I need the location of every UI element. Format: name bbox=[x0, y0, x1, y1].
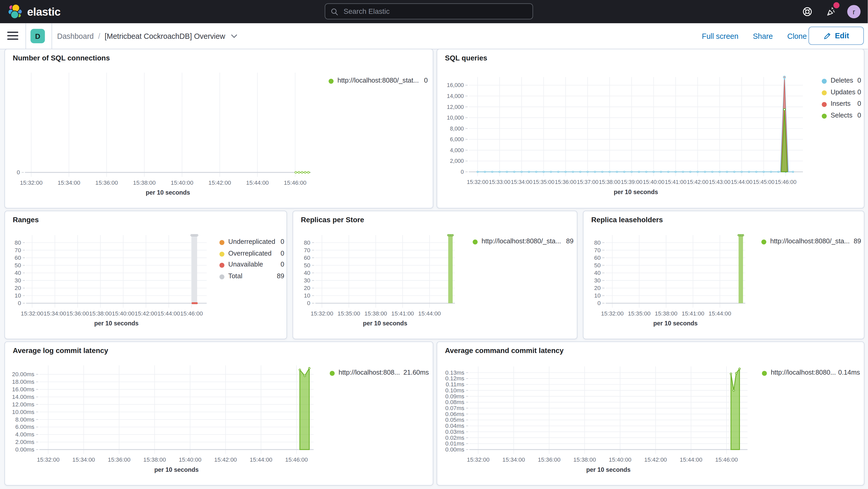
full-screen-button[interactable]: Full screen bbox=[702, 32, 738, 40]
tick-label: 15:40:00 bbox=[179, 456, 201, 463]
tick-label: 15:36:00 bbox=[66, 310, 89, 317]
tick-label: per 10 seconds bbox=[614, 189, 658, 195]
app-badge-letter: D bbox=[35, 32, 40, 40]
breadcrumb-separator: / bbox=[98, 32, 100, 40]
tick-label: 15:34:00 bbox=[502, 456, 525, 463]
tick-label: 15:38:00 bbox=[143, 456, 166, 463]
tick-label: 15:40:00 bbox=[171, 180, 193, 186]
tick-label: 15:33:00 bbox=[489, 179, 510, 185]
legend-value: 0 bbox=[383, 77, 428, 84]
legend-value: 0 bbox=[817, 88, 861, 96]
search-icon bbox=[331, 7, 338, 16]
tick-label: 60 bbox=[14, 254, 21, 261]
toolbar-actions: Full screen Share Clone bbox=[702, 23, 807, 49]
page-title: [Metricbeat CockroachDB] Overview bbox=[105, 32, 225, 40]
tick-label: 0 bbox=[307, 300, 310, 306]
legend-value: 0 bbox=[240, 261, 284, 268]
tick-label: 15:44:00 bbox=[418, 310, 441, 317]
legend-swatch bbox=[762, 371, 767, 376]
tick-label: 0.00ms bbox=[16, 446, 34, 453]
tick-label: 15:46:00 bbox=[284, 180, 307, 186]
tick-label: 14.00ms bbox=[12, 394, 34, 400]
tick-label: 80 bbox=[594, 239, 601, 246]
tick-label: 40 bbox=[14, 270, 21, 276]
breadcrumb-dashboard[interactable]: Dashboard bbox=[57, 32, 94, 40]
brand-text: elastic bbox=[27, 5, 60, 18]
toolbar-divider bbox=[26, 23, 26, 49]
tick-label: 70 bbox=[14, 247, 21, 253]
tick-label: 0.12ms bbox=[445, 375, 464, 382]
tick-label: 15:38:00 bbox=[133, 180, 156, 186]
tick-label: 70 bbox=[304, 247, 310, 253]
legend-value: 0 bbox=[817, 112, 861, 119]
tick-label: 0.07ms bbox=[445, 405, 464, 411]
legend-value: 0 bbox=[240, 238, 284, 246]
global-search[interactable] bbox=[325, 3, 533, 20]
tick-label: 15:44:00 bbox=[709, 310, 731, 317]
tick-label: 15:43:00 bbox=[709, 179, 731, 185]
legend-swatch bbox=[220, 251, 224, 256]
tick-label: 15:41:00 bbox=[665, 179, 686, 185]
tick-label: 15:34:00 bbox=[58, 180, 80, 186]
tick-label: 15:32:00 bbox=[37, 456, 60, 463]
tick-label: 0.11ms bbox=[445, 381, 464, 388]
tick-label: per 10 seconds bbox=[586, 466, 630, 473]
tick-label: 40 bbox=[304, 270, 310, 276]
chevron-down-icon[interactable] bbox=[231, 34, 238, 38]
tick-label: 20 bbox=[304, 285, 310, 291]
tick-label: 15:36:00 bbox=[555, 179, 576, 185]
tick-label: 15:45:00 bbox=[753, 179, 775, 185]
tick-label: 10 bbox=[594, 292, 601, 299]
tick-label: 0 bbox=[17, 169, 20, 176]
tick-label: 15:34:00 bbox=[511, 179, 532, 185]
tick-label: 15:32:00 bbox=[20, 180, 42, 186]
tick-label: 15:42:00 bbox=[644, 456, 667, 463]
tick-label: 0.09ms bbox=[445, 393, 464, 400]
newsfeed-icon[interactable] bbox=[826, 7, 836, 17]
search-input[interactable] bbox=[342, 7, 527, 16]
menu-icon[interactable] bbox=[7, 32, 19, 40]
legend-value: 0 bbox=[240, 249, 284, 257]
legend-swatch bbox=[330, 371, 335, 376]
elastic-brand[interactable]: elastic bbox=[8, 4, 60, 20]
tick-label: 0.06ms bbox=[445, 411, 464, 417]
tick-label: 15:40:00 bbox=[112, 310, 135, 317]
legend-value: 89 bbox=[817, 237, 861, 245]
tick-label: 20 bbox=[594, 285, 601, 291]
dashboard-app-badge[interactable]: D bbox=[30, 29, 45, 43]
tick-label: 15:35:00 bbox=[628, 310, 651, 317]
tick-label: 16.00ms bbox=[12, 386, 34, 393]
tick-label: per 10 seconds bbox=[154, 466, 199, 473]
tick-label: 15:44:00 bbox=[680, 456, 702, 463]
tick-label: 4.00ms bbox=[16, 431, 34, 438]
top-header-bar: elastic r bbox=[0, 0, 868, 23]
elastic-logo-icon bbox=[8, 4, 23, 20]
panel-replicas_per_store: Replicas per Store15:32:0015:35:0015:38:… bbox=[292, 211, 577, 339]
tick-label: 15:46:00 bbox=[180, 310, 203, 317]
tick-label: 15:32:00 bbox=[601, 310, 624, 317]
chart-replicas_per_store: 15:32:0015:35:0015:38:0015:41:0015:44:00… bbox=[293, 211, 577, 339]
tick-label: 15:34:00 bbox=[72, 456, 95, 463]
tick-label: per 10 seconds bbox=[653, 320, 698, 327]
tick-label: per 10 seconds bbox=[146, 189, 190, 196]
share-button[interactable]: Share bbox=[753, 32, 773, 40]
legend-swatch bbox=[220, 274, 224, 279]
user-avatar[interactable]: r bbox=[847, 5, 861, 18]
legend-value: 0 bbox=[817, 100, 861, 108]
legend-value: 0 bbox=[817, 77, 861, 84]
tick-label: 20.00ms bbox=[12, 371, 34, 377]
tick-label: 0.02ms bbox=[445, 434, 464, 441]
tick-label: 0.03ms bbox=[445, 429, 464, 435]
edit-button[interactable]: Edit bbox=[808, 27, 864, 45]
tick-label: 0.00ms bbox=[445, 446, 464, 453]
chart-replica_leaseholders: 15:32:0015:35:0015:38:0015:41:0015:44:00… bbox=[583, 211, 864, 339]
panel-sql_connections: Number of SQL connections15:32:0015:34:0… bbox=[4, 49, 433, 208]
tick-label: 30 bbox=[304, 277, 310, 284]
tick-label: 2.00ms bbox=[16, 439, 34, 445]
tick-label: 8.00ms bbox=[16, 416, 34, 423]
clone-button[interactable]: Clone bbox=[787, 32, 807, 40]
tick-label: 60 bbox=[594, 254, 601, 261]
help-icon[interactable] bbox=[802, 7, 812, 17]
tick-label: 6,000 bbox=[450, 136, 464, 143]
tick-label: 15:36:00 bbox=[95, 180, 118, 186]
